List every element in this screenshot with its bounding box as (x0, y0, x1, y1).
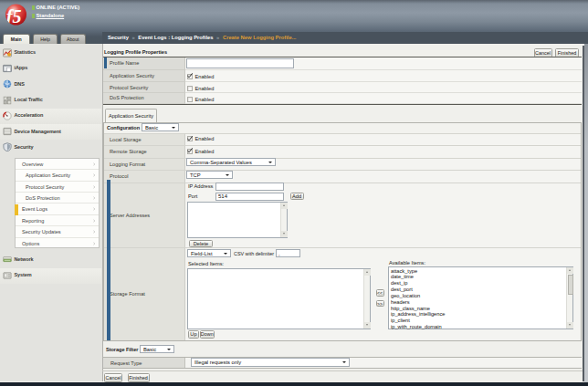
svg-text:f5: f5 (6, 6, 22, 27)
